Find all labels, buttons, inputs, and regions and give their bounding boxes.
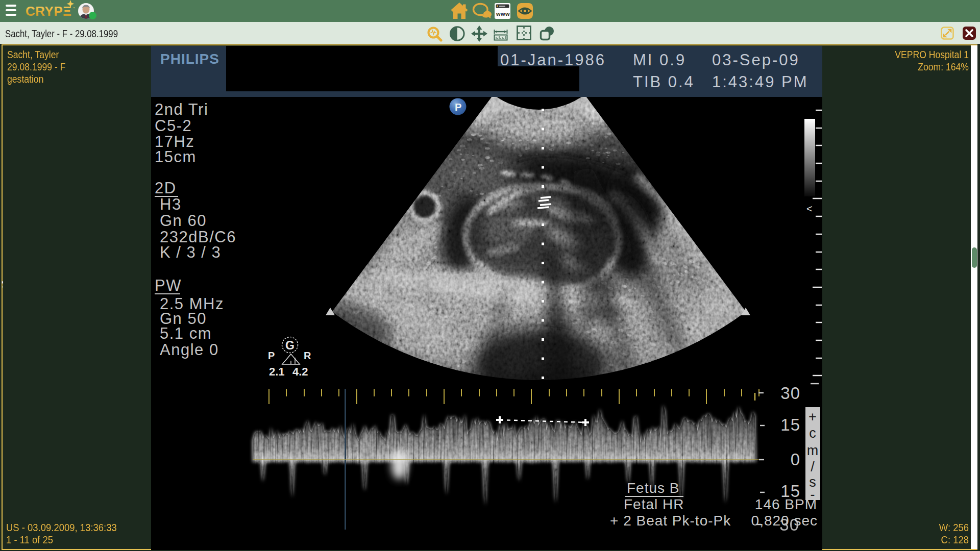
svg-text:c: c	[809, 425, 816, 441]
svg-text:MI 0.9: MI 0.9	[633, 51, 686, 69]
svg-text:+: +	[808, 409, 817, 424]
svg-text:0,820 sec: 0,820 sec	[751, 513, 818, 529]
svg-text:TIB 0.4: TIB 0.4	[633, 73, 695, 91]
svg-text:01-Jan-1986: 01-Jan-1986	[500, 51, 606, 69]
svg-text:2.1: 2.1	[269, 365, 285, 378]
svg-text:/: /	[811, 459, 815, 474]
svg-text:03-Sep-09: 03-Sep-09	[712, 51, 800, 69]
svg-text:15cm: 15cm	[155, 148, 197, 166]
svg-text:C5-2: C5-2	[155, 117, 192, 135]
svg-text:R: R	[304, 350, 311, 361]
svg-text:P: P	[455, 102, 461, 113]
svg-text:Fetal HR: Fetal HR	[624, 496, 684, 512]
svg-text:www: www	[496, 11, 510, 17]
svg-text:PHILIPS: PHILIPS	[160, 51, 219, 67]
svg-text:2D: 2D	[155, 179, 177, 197]
svg-text:2nd Tri: 2nd Tri	[155, 101, 208, 118]
svg-text:+ 2 Beat Pk-to-Pk: + 2 Beat Pk-to-Pk	[610, 513, 731, 529]
svg-text:CRYPΞ: CRYPΞ	[26, 4, 72, 19]
svg-text:15: 15	[780, 415, 800, 434]
svg-text:G: G	[285, 339, 295, 352]
svg-text:Gn 60: Gn 60	[160, 212, 207, 230]
svg-text:0: 0	[791, 450, 800, 469]
svg-text:5.1 cm: 5.1 cm	[160, 324, 212, 342]
svg-text:PW: PW	[155, 277, 182, 294]
svg-text:Angle 0: Angle 0	[160, 341, 219, 359]
svg-text:P: P	[268, 350, 275, 361]
svg-text:30: 30	[780, 384, 800, 403]
svg-text:H3: H3	[160, 195, 182, 213]
svg-text:146 BPM: 146 BPM	[755, 496, 817, 512]
svg-text:m: m	[807, 443, 819, 458]
svg-text:▲▼: ▲▼	[1, 280, 3, 289]
svg-text:K / 3 / 3: K / 3 / 3	[160, 243, 221, 261]
svg-text:4.2: 4.2	[292, 365, 308, 378]
svg-text:Fetus B: Fetus B	[627, 480, 679, 496]
svg-text:1:43:49 PM: 1:43:49 PM	[712, 73, 808, 91]
svg-text:<: <	[806, 203, 813, 214]
